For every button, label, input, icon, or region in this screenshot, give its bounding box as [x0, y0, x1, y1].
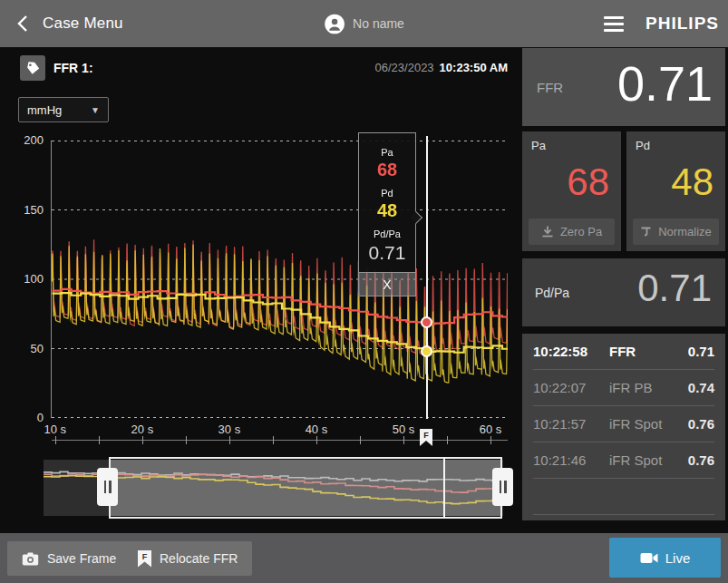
x-axis-tick-mark: [55, 436, 56, 444]
save-frame-label: Save Frame: [47, 551, 116, 566]
ffr-marker-flag[interactable]: F: [420, 429, 432, 446]
pd-pa-ratio-label: Pd/Pa: [535, 286, 569, 300]
back-label: Case Menu: [43, 15, 123, 33]
y-axis-tick-label: 100: [11, 272, 44, 286]
tooltip-pd-value: 48: [359, 200, 415, 221]
top-bar: Case Menu No name PHILIPS: [0, 0, 728, 47]
overview-right-handle[interactable]: [492, 468, 513, 506]
measurement-type: iFR PB: [598, 380, 688, 395]
measurement-time: 10:21:57: [533, 416, 598, 432]
bottom-action-bar: Save Frame F Relocate FFR Live: [0, 533, 728, 583]
patient-user-chip[interactable]: No name: [324, 14, 404, 34]
bookmark-f-icon: F: [138, 550, 151, 568]
live-button[interactable]: Live: [609, 538, 721, 578]
zero-pa-button[interactable]: Zero Pa: [529, 219, 615, 245]
x-axis-tick-label: 60 s: [480, 423, 502, 436]
measurement-history-row[interactable]: 10:22:58 FFR 0.71: [533, 334, 714, 370]
live-button-label: Live: [665, 550, 691, 566]
relocate-ffr-button[interactable]: F Relocate FFR: [123, 541, 252, 576]
tag-icon: [25, 61, 41, 76]
measurement-cursor-line[interactable]: [426, 136, 428, 419]
back-chevron-icon: [16, 15, 28, 33]
zero-pa-button-label: Zero Pa: [560, 225, 602, 238]
record-title: FFR 1:: [53, 61, 93, 75]
overview-cursor-line: [443, 457, 445, 519]
measurement-history-list: 10:22:58 FFR 0.71 10:22:07 iFR PB 0.74 1…: [522, 334, 725, 520]
x-axis-tick-mark: [447, 436, 448, 444]
x-axis-tick-mark: [360, 436, 361, 444]
measurement-time: 10:21:46: [533, 452, 598, 468]
camera-icon: [22, 552, 39, 566]
x-axis-tick-mark: [273, 436, 274, 444]
measurement-time: 10:22:07: [533, 380, 598, 395]
y-axis-tick-label: 200: [11, 133, 44, 147]
measurement-history-row[interactable]: 10:21:57 iFR Spot 0.76: [533, 406, 714, 442]
x-axis-tick-label: 40 s: [306, 423, 328, 436]
measurement-type: iFR Spot: [598, 452, 688, 468]
video-camera-icon: [640, 552, 658, 564]
tooltip-close-button[interactable]: X: [358, 273, 416, 296]
cursor-pd-dot[interactable]: [421, 345, 432, 357]
ffr-marker-letter: F: [423, 431, 429, 446]
measurement-value: 0.74: [688, 380, 714, 395]
tooltip-pd-label: Pd: [359, 188, 415, 199]
y-axis-tick-label: 50: [11, 342, 44, 355]
measurement-value: 0.76: [688, 452, 714, 468]
menu-hamburger-icon[interactable]: [604, 16, 624, 32]
x-axis-tick-mark: [490, 436, 491, 444]
tooltip-pa-label: Pa: [359, 147, 415, 158]
pa-value: 68: [567, 160, 609, 204]
measurement-value: 0.76: [688, 416, 714, 432]
user-icon: [324, 14, 345, 34]
save-frame-button[interactable]: Save Frame: [7, 541, 131, 576]
pd-pa-ratio-card: Pd/Pa 0.71: [522, 258, 725, 326]
overview-left-handle[interactable]: [97, 468, 118, 506]
x-axis-tick-label: 50 s: [393, 423, 415, 436]
pa-card: Pa 68 Zero Pa: [522, 131, 621, 251]
ffr-result-card: FFR 0.71: [522, 48, 725, 126]
normalize-button-label: Normalize: [658, 225, 712, 238]
unit-dropdown[interactable]: mmHg ▼: [18, 97, 109, 122]
normalize-button[interactable]: Normalize: [633, 219, 719, 245]
record-time: 10:23:50 AM: [440, 61, 508, 74]
x-axis-tick-label: 20 s: [131, 423, 154, 436]
measurement-tooltip: Pa 68 Pd 48 Pd/Pa 0.71 X: [358, 132, 416, 296]
x-axis-tick-mark: [99, 436, 100, 444]
cursor-pa-dot[interactable]: [421, 316, 432, 328]
measurement-time: 10:22:58: [533, 344, 598, 359]
record-tag-box: [20, 55, 45, 81]
x-axis-tick-mark: [316, 436, 317, 444]
ffr-result-value: 0.71: [617, 55, 713, 112]
pd-label: Pd: [636, 139, 650, 152]
measurement-history-row[interactable]: 10:21:46 iFR Spot 0.76: [533, 442, 714, 479]
ffr-result-label: FFR: [537, 80, 563, 95]
philips-logo: PHILIPS: [645, 14, 719, 34]
y-axis-tick-label: 0: [11, 411, 44, 424]
x-axis-tick-line: [52, 440, 508, 441]
x-axis-tick-label: 30 s: [218, 423, 241, 436]
chevron-down-icon: ▼: [91, 105, 100, 115]
pressure-waveform-chart[interactable]: [52, 141, 508, 418]
pa-label: Pa: [531, 139, 546, 152]
unit-dropdown-value: mmHg: [27, 103, 62, 117]
history-empty-row: [533, 479, 714, 515]
ffr-application-window: Case Menu No name PHILIPS FF: [0, 0, 728, 583]
y-axis-tick-label: 150: [11, 203, 44, 217]
x-axis-tick-mark: [142, 436, 143, 444]
measurement-history-row[interactable]: 10:22:07 iFR PB 0.74: [533, 370, 714, 406]
relocate-ffr-label: Relocate FFR: [160, 551, 238, 566]
patient-name-label: No name: [353, 16, 404, 31]
normalize-icon: [640, 226, 652, 238]
pd-pa-ratio-value: 0.71: [637, 267, 712, 310]
tooltip-pa-value: 68: [359, 160, 415, 180]
zero-arrow-icon: [541, 226, 554, 238]
x-axis-tick-label: 10 s: [44, 423, 67, 436]
back-to-case-menu-button[interactable]: Case Menu: [0, 15, 123, 33]
x-axis-tick-mark: [229, 436, 230, 444]
measurement-type: iFR Spot: [598, 416, 688, 432]
x-axis-tick-mark: [186, 436, 187, 444]
main-content: FFR 1: 06/23/202310:23:50 AM mmHg ▼ 0501…: [0, 47, 728, 533]
tooltip-ratio-label: Pd/Pa: [359, 228, 415, 239]
measurement-value: 0.71: [688, 344, 714, 359]
record-datetime: 06/23/202310:23:50 AM: [299, 61, 508, 74]
